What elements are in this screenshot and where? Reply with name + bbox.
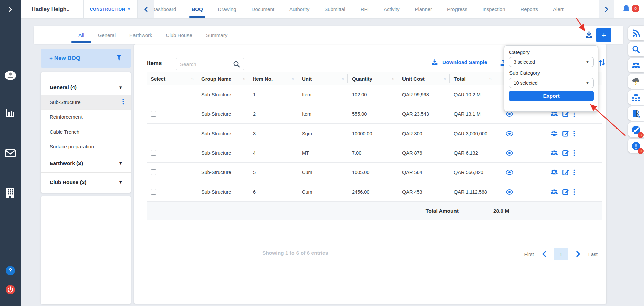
sort-icon[interactable]: ↑↓ <box>443 76 446 81</box>
category-label: Cable Trench <box>50 129 79 135</box>
row-checkbox[interactable] <box>151 92 156 97</box>
group-general[interactable]: General (4) ▼ <box>41 72 131 95</box>
pagination-next-icon[interactable] <box>576 251 580 257</box>
nav-tab[interactable]: Authority <box>289 0 309 18</box>
nav-scroll-left-button[interactable] <box>138 0 154 18</box>
eye-icon[interactable] <box>506 170 513 175</box>
notifications-button[interactable]: 0 <box>621 4 643 15</box>
row-menu-icon[interactable] <box>573 131 575 137</box>
category-surface-preparation[interactable]: Surface preparation <box>41 139 131 154</box>
row-checkbox[interactable] <box>151 150 156 156</box>
dock-search-button[interactable] <box>628 42 644 56</box>
row-menu-icon[interactable] <box>573 111 575 117</box>
category-reinforcement[interactable]: Reinforcement <box>41 109 131 124</box>
group-earthwork[interactable]: Earthwork (3) ▼ <box>41 154 131 172</box>
total-cell: QAR 1,112,568 <box>450 182 495 202</box>
row-checkbox[interactable] <box>151 169 156 175</box>
dock-weather-button[interactable] <box>628 74 644 89</box>
row-checkbox[interactable] <box>151 189 156 195</box>
pagination-prev-icon[interactable] <box>542 251 546 257</box>
category-select[interactable]: 3 selected ▼ <box>509 57 594 67</box>
row-menu-icon[interactable] <box>573 169 575 175</box>
category-cable-trench[interactable]: Cable Trench <box>41 124 131 139</box>
assign-users-icon[interactable] <box>550 131 558 136</box>
edit-icon[interactable] <box>562 130 569 137</box>
help-icon[interactable]: ? <box>0 266 21 275</box>
search-input[interactable] <box>180 58 232 70</box>
eye-icon[interactable] <box>506 189 513 195</box>
boq-tab[interactable]: Summary <box>206 26 227 44</box>
eye-icon[interactable] <box>506 131 513 136</box>
dock-alerts-button[interactable]: 0 <box>628 139 644 153</box>
group-club-house[interactable]: Club House (3) ▼ <box>41 172 131 191</box>
assign-users-icon[interactable] <box>550 169 558 175</box>
dock-site-exit-button[interactable] <box>628 106 644 121</box>
bar-chart-icon[interactable] <box>0 108 21 118</box>
module-selector[interactable]: CONSTRUCTION ▼ <box>84 0 138 18</box>
mail-icon[interactable] <box>0 149 21 157</box>
nav-tab[interactable]: RFI <box>361 0 369 18</box>
row-menu-icon[interactable] <box>573 150 575 156</box>
boq-tab[interactable]: All <box>78 26 84 44</box>
nav-tab[interactable]: Drawing <box>218 0 236 18</box>
dock-meeting-button[interactable] <box>628 90 644 105</box>
dock-rss-button[interactable] <box>628 26 644 40</box>
sort-icon[interactable]: ↑↓ <box>392 76 394 81</box>
assign-users-icon[interactable] <box>550 189 558 195</box>
edit-icon[interactable] <box>562 189 569 195</box>
add-boq-button[interactable]: + <box>596 28 611 42</box>
export-download-button[interactable] <box>583 29 595 41</box>
sort-icon[interactable]: ↑↓ <box>341 76 344 81</box>
kebab-menu-icon[interactable] <box>122 99 124 106</box>
sort-icon[interactable]: ↑↓ <box>191 76 193 81</box>
sidebar-expand-button[interactable] <box>0 0 21 19</box>
chevron-left-icon <box>144 7 148 12</box>
nav-tab[interactable]: Document <box>252 0 274 18</box>
sort-transfer-icon[interactable] <box>599 59 605 68</box>
category-sub-structure[interactable]: Sub-Structure <box>41 95 131 109</box>
filter-icon[interactable] <box>116 54 122 62</box>
edit-icon[interactable] <box>562 150 569 156</box>
boq-tab[interactable]: Club House <box>166 26 192 44</box>
view-cell <box>495 163 523 182</box>
nav-tab[interactable]: Inspection <box>482 0 505 18</box>
sort-icon[interactable]: ↑↓ <box>243 76 245 81</box>
sort-icon[interactable]: ↑↓ <box>489 76 491 81</box>
nav-tab[interactable]: Dashboard <box>152 0 176 18</box>
download-sample-link[interactable]: Download Sample <box>431 59 487 65</box>
nav-tab[interactable]: Reports <box>521 0 538 18</box>
assign-users-icon[interactable] <box>550 111 558 117</box>
nav-tab[interactable]: Submittal <box>324 0 345 18</box>
power-icon[interactable] <box>0 285 21 295</box>
nav-tab[interactable]: Alert <box>553 0 564 18</box>
edit-icon[interactable] <box>562 169 569 175</box>
export-button[interactable]: Export <box>509 91 594 101</box>
pagination-last[interactable]: Last <box>588 251 598 257</box>
row-checkbox[interactable] <box>151 131 156 136</box>
dock-approvals-button[interactable]: 3 <box>628 122 644 137</box>
meeting-icon <box>632 94 640 102</box>
boq-tab[interactable]: Earthwork <box>129 26 152 44</box>
unit-cost-cell: QAR 23,543 <box>398 104 450 124</box>
search-icon[interactable] <box>233 61 240 69</box>
avatar[interactable] <box>0 69 21 82</box>
sort-icon[interactable]: ↑↓ <box>291 76 294 81</box>
row-menu-icon[interactable] <box>573 189 575 195</box>
dock-people-button[interactable] <box>628 58 644 72</box>
nav-tab[interactable]: Activity <box>384 0 400 18</box>
nav-tab[interactable]: BOQ <box>191 0 203 18</box>
eye-icon[interactable] <box>506 150 513 156</box>
assign-users-icon[interactable] <box>550 150 558 156</box>
eye-icon[interactable] <box>506 111 513 117</box>
row-checkbox[interactable] <box>151 111 156 117</box>
building-icon[interactable] <box>0 187 21 199</box>
pagination-first[interactable]: First <box>524 251 534 257</box>
sub-category-select[interactable]: 10 selected ▼ <box>509 78 594 88</box>
nav-tab[interactable]: Progress <box>447 0 467 18</box>
nav-scroll-right-button[interactable] <box>599 0 614 18</box>
new-boq-button[interactable]: + New BOQ <box>41 49 131 68</box>
pagination-page-1[interactable]: 1 <box>554 248 568 260</box>
chevron-down-icon: ▼ <box>118 180 123 185</box>
boq-tab[interactable]: General <box>98 26 116 44</box>
nav-tab[interactable]: Planner <box>415 0 432 18</box>
